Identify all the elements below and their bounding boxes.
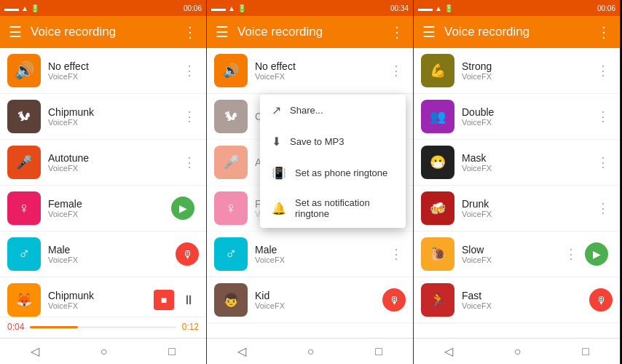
mic-button-3[interactable]: 🎙 xyxy=(589,288,613,312)
list-item-recording[interactable]: 🦊 Chipmunk VoiceFX ■ ⏸ xyxy=(0,277,206,317)
chipmunk-icon: 🐿 xyxy=(7,100,41,133)
item-info: Chipmunk VoiceFX xyxy=(48,106,180,127)
status-bar-1: ▬▬ ▲ 🔋 00:06 xyxy=(0,0,206,16)
more-icon-3[interactable]: ⋮ xyxy=(597,23,611,41)
menu-icon-3[interactable]: ☰ xyxy=(422,23,436,41)
panel-1: ▬▬ ▲ 🔋 00:06 ☰ Voice recording ⋮ 🔊 No ef… xyxy=(0,0,207,364)
stop-button[interactable]: ■ xyxy=(154,290,174,310)
share-label: Share... xyxy=(290,105,323,116)
more-icon-2[interactable]: ⋮ xyxy=(390,23,404,41)
item-title: Female xyxy=(48,198,171,210)
app-bar-2: ☰ Voice recording ⋮ xyxy=(207,16,413,48)
stop-play-controls: ■ ⏸ xyxy=(154,290,199,310)
back-button[interactable]: ◁ xyxy=(19,340,51,363)
mic-button[interactable]: 🎙 xyxy=(176,242,199,266)
list-item[interactable]: 💪 Strong VoiceFX ⋮ xyxy=(414,48,620,94)
item-title: Autotune xyxy=(48,152,180,164)
autotune-icon-2: 🎤 xyxy=(214,146,248,179)
item-more[interactable]: ⋮ xyxy=(594,60,613,82)
pause-button[interactable]: ⏸ xyxy=(178,290,199,310)
list-item[interactable]: 🐿 Chipmunk VoiceFX ⋮ xyxy=(0,94,206,140)
home-button-3[interactable]: ○ xyxy=(503,341,533,363)
item-sub: VoiceFX xyxy=(462,72,594,81)
phone-ringtone-menu-item[interactable]: 📳 Set as phone ringtone xyxy=(260,157,406,189)
status-bar-3: ▬▬ ▲ 🔋 00:06 xyxy=(414,0,620,16)
play-button[interactable]: ▶ xyxy=(171,197,194,220)
item-more[interactable]: ⋮ xyxy=(594,151,613,173)
app-title-1: Voice recording xyxy=(31,25,174,39)
time-start: 0:04 xyxy=(7,322,24,332)
item-more[interactable]: ⋮ xyxy=(594,106,613,127)
home-button-2[interactable]: ○ xyxy=(296,341,326,363)
female-icon: ♀ xyxy=(7,191,41,225)
recents-button-3[interactable]: □ xyxy=(570,341,601,363)
item-info: Female VoiceFX xyxy=(48,198,171,218)
notification-ringtone-menu-item[interactable]: 🔔 Set as notification ringtone xyxy=(260,189,406,228)
item-info: Male VoiceFX xyxy=(48,244,176,264)
share-menu-item[interactable]: ↗ Share... xyxy=(260,95,406,126)
progress-bar xyxy=(30,326,176,328)
item-title: Double xyxy=(462,106,594,118)
item-title: Male xyxy=(255,244,387,256)
item-more[interactable]: ⋮ xyxy=(387,243,406,265)
list-item[interactable]: 👥 Double VoiceFX ⋮ xyxy=(414,94,620,140)
list-item[interactable]: 👦 Kid VoiceFX 🎙 xyxy=(207,277,413,323)
menu-icon-1[interactable]: ☰ xyxy=(9,23,22,41)
recents-button[interactable]: □ xyxy=(157,341,187,363)
item-sub: VoiceFX xyxy=(462,301,589,310)
item-info: Slow VoiceFX xyxy=(462,244,562,264)
status-icons-2: ▬▬ ▲ 🔋 xyxy=(211,4,246,12)
back-button-2[interactable]: ◁ xyxy=(226,340,258,363)
menu-icon-2[interactable]: ☰ xyxy=(216,23,229,41)
item-info: Mask VoiceFX xyxy=(462,152,594,173)
home-button[interactable]: ○ xyxy=(89,341,119,363)
mic-button-2[interactable]: 🎙 xyxy=(382,288,406,312)
battery-icon-3: 🔋 xyxy=(444,4,453,12)
recents-button-2[interactable]: □ xyxy=(363,341,394,363)
phone-ringtone-label: Set as phone ringtone xyxy=(295,167,387,178)
male-icon-2: ♂ xyxy=(214,237,248,271)
list-item[interactable]: ♀ Female VoiceFX ▶ xyxy=(0,186,206,232)
list-item[interactable]: 🎤 Autotune VoiceFX ⋮ xyxy=(0,140,206,186)
item-title: No effect xyxy=(48,60,180,72)
nav-bar-1: ◁ ○ □ xyxy=(0,338,206,364)
item-sub: VoiceFX xyxy=(48,256,176,264)
item-more[interactable]: ⋮ xyxy=(180,151,199,173)
item-more[interactable]: ⋮ xyxy=(180,60,199,82)
play-button-3[interactable]: ▶ xyxy=(585,242,608,266)
nav-bar-3: ◁ ○ □ xyxy=(414,338,620,364)
panel-3: ▬▬ ▲ 🔋 00:06 ☰ Voice recording ⋮ 💪 Stron… xyxy=(414,0,621,364)
status-bar-2: ▬▬ ▲ 🔋 00:34 xyxy=(207,0,413,16)
item-sub: VoiceFX xyxy=(48,210,171,218)
back-button-3[interactable]: ◁ xyxy=(433,340,465,363)
chipmunk-icon-2: 🐿 xyxy=(214,100,248,133)
panel-2: ▬▬ ▲ 🔋 00:34 ☰ Voice recording ⋮ 🔊 No ef… xyxy=(207,0,414,364)
list-item[interactable]: 🔊 No effect VoiceFX ⋮ xyxy=(207,48,413,94)
item-title: Kid xyxy=(255,290,382,301)
item-more[interactable]: ⋮ xyxy=(594,197,613,219)
item-info: Double VoiceFX xyxy=(462,106,594,127)
item-more[interactable]: ⋮ xyxy=(180,106,199,127)
app-title-3: Voice recording xyxy=(444,25,588,39)
item-more[interactable]: ⋮ xyxy=(387,60,406,82)
list-item[interactable]: ♂ Male VoiceFX ⋮ xyxy=(207,232,413,277)
strong-icon: 💪 xyxy=(421,54,454,87)
notification-ringtone-label: Set as notification ringtone xyxy=(295,197,394,219)
item-sub: VoiceFX xyxy=(48,72,180,81)
autotune-icon: 🎤 xyxy=(7,146,41,179)
list-item[interactable]: 🐌 Slow VoiceFX ⋮ ▶ xyxy=(414,232,620,277)
list-item[interactable]: 😷 Mask VoiceFX ⋮ xyxy=(414,140,620,186)
item-sub: VoiceFX xyxy=(48,301,154,310)
list-item[interactable]: ♂ Male VoiceFX 🎙 xyxy=(0,232,206,277)
list-item[interactable]: 🍻 Drunk VoiceFX ⋮ xyxy=(414,186,620,232)
list-item[interactable]: 🔊 No effect VoiceFX ⋮ xyxy=(0,48,206,94)
list-item[interactable]: 🏃 Fast VoiceFX 🎙 xyxy=(414,277,620,323)
double-icon: 👥 xyxy=(421,100,454,133)
status-time-1: 00:06 xyxy=(184,4,202,12)
item-title: Drunk xyxy=(462,198,594,210)
save-mp3-menu-item[interactable]: ⬇ Save to MP3 xyxy=(260,126,406,157)
signal-icon: ▬▬ xyxy=(4,4,19,12)
more-icon-1[interactable]: ⋮ xyxy=(183,23,197,41)
item-more[interactable]: ⋮ xyxy=(562,243,580,265)
no-effect-icon: 🔊 xyxy=(7,54,41,87)
